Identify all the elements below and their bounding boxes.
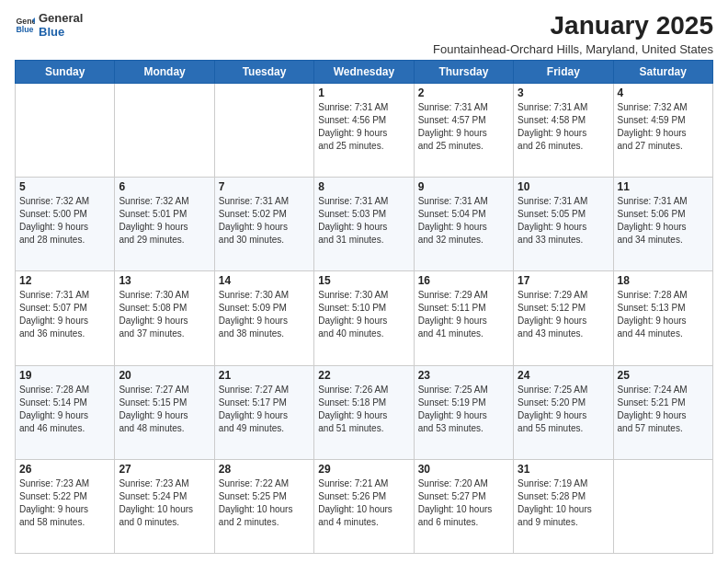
day-number: 21 — [219, 369, 310, 382]
calendar-cell: 6Sunrise: 7:32 AMSunset: 5:01 PMDaylight… — [115, 178, 214, 271]
calendar-cell: 5Sunrise: 7:32 AMSunset: 5:00 PMDaylight… — [16, 178, 115, 271]
day-number: 7 — [219, 180, 310, 193]
cell-content: Sunrise: 7:20 AMSunset: 5:27 PMDaylight:… — [418, 477, 509, 529]
cell-content: Sunrise: 7:31 AMSunset: 5:04 PMDaylight:… — [418, 195, 509, 247]
day-header-thursday: Thursday — [414, 61, 513, 84]
day-number: 30 — [418, 463, 509, 476]
day-number: 4 — [618, 86, 709, 99]
day-number: 5 — [19, 180, 110, 193]
calendar-cell: 30Sunrise: 7:20 AMSunset: 5:27 PMDayligh… — [414, 459, 513, 553]
cell-content: Sunrise: 7:31 AMSunset: 5:05 PMDaylight:… — [518, 195, 609, 247]
calendar-week-2: 5Sunrise: 7:32 AMSunset: 5:00 PMDaylight… — [16, 178, 713, 271]
calendar-week-1: 1Sunrise: 7:31 AMSunset: 4:56 PMDaylight… — [16, 84, 713, 178]
day-header-tuesday: Tuesday — [214, 61, 313, 84]
calendar-cell: 21Sunrise: 7:27 AMSunset: 5:17 PMDayligh… — [214, 365, 313, 459]
title-block: January 2025 Fountainhead-Orchard Hills,… — [433, 11, 713, 56]
calendar-cell — [115, 84, 214, 178]
day-number: 10 — [518, 180, 609, 193]
calendar-header-row: SundayMondayTuesdayWednesdayThursdayFrid… — [16, 61, 713, 84]
day-number: 14 — [219, 274, 310, 287]
calendar-table: SundayMondayTuesdayWednesdayThursdayFrid… — [15, 60, 713, 554]
day-header-friday: Friday — [514, 61, 613, 84]
day-number: 11 — [618, 180, 709, 193]
cell-content: Sunrise: 7:19 AMSunset: 5:28 PMDaylight:… — [518, 477, 609, 529]
cell-content: Sunrise: 7:25 AMSunset: 5:19 PMDaylight:… — [418, 384, 509, 435]
day-header-sunday: Sunday — [16, 61, 115, 84]
day-number: 31 — [518, 463, 609, 476]
day-number: 15 — [318, 274, 409, 287]
cell-content: Sunrise: 7:27 AMSunset: 5:17 PMDaylight:… — [219, 384, 310, 435]
logo-icon: General Blue — [15, 15, 35, 35]
day-number: 2 — [418, 86, 509, 99]
cell-content: Sunrise: 7:22 AMSunset: 5:25 PMDaylight:… — [219, 477, 310, 529]
svg-text:Blue: Blue — [16, 25, 33, 34]
calendar-cell: 28Sunrise: 7:22 AMSunset: 5:25 PMDayligh… — [214, 459, 313, 553]
calendar-cell: 22Sunrise: 7:26 AMSunset: 5:18 PMDayligh… — [314, 365, 414, 459]
cell-content: Sunrise: 7:24 AMSunset: 5:21 PMDaylight:… — [618, 384, 709, 435]
day-number: 8 — [318, 180, 409, 193]
calendar-cell: 4Sunrise: 7:32 AMSunset: 4:59 PMDaylight… — [613, 84, 712, 178]
calendar-week-4: 19Sunrise: 7:28 AMSunset: 5:14 PMDayligh… — [16, 365, 713, 459]
cell-content: Sunrise: 7:31 AMSunset: 4:57 PMDaylight:… — [418, 101, 509, 153]
header: General Blue General Blue January 2025 F… — [15, 11, 713, 56]
calendar-cell: 26Sunrise: 7:23 AMSunset: 5:22 PMDayligh… — [16, 459, 115, 553]
day-number: 18 — [618, 274, 709, 287]
location-subtitle: Fountainhead-Orchard Hills, Maryland, Un… — [433, 42, 713, 56]
calendar-cell — [16, 84, 115, 178]
logo: General Blue General Blue — [15, 11, 83, 39]
cell-content: Sunrise: 7:31 AMSunset: 5:06 PMDaylight:… — [618, 195, 709, 247]
cell-content: Sunrise: 7:27 AMSunset: 5:15 PMDaylight:… — [119, 384, 210, 435]
cell-content: Sunrise: 7:31 AMSunset: 5:07 PMDaylight:… — [19, 289, 110, 340]
calendar-cell: 24Sunrise: 7:25 AMSunset: 5:20 PMDayligh… — [514, 365, 613, 459]
calendar-cell — [613, 459, 712, 553]
calendar-cell: 3Sunrise: 7:31 AMSunset: 4:58 PMDaylight… — [514, 84, 613, 178]
calendar-cell: 12Sunrise: 7:31 AMSunset: 5:07 PMDayligh… — [16, 271, 115, 365]
cell-content: Sunrise: 7:28 AMSunset: 5:14 PMDaylight:… — [19, 384, 110, 435]
day-number: 26 — [19, 463, 110, 476]
day-number: 25 — [618, 369, 709, 382]
calendar-cell: 25Sunrise: 7:24 AMSunset: 5:21 PMDayligh… — [613, 365, 712, 459]
day-number: 23 — [418, 369, 509, 382]
cell-content: Sunrise: 7:30 AMSunset: 5:09 PMDaylight:… — [219, 289, 310, 340]
cell-content: Sunrise: 7:31 AMSunset: 4:58 PMDaylight:… — [518, 101, 609, 153]
calendar-cell: 20Sunrise: 7:27 AMSunset: 5:15 PMDayligh… — [115, 365, 214, 459]
day-number: 13 — [119, 274, 210, 287]
day-number: 6 — [119, 180, 210, 193]
cell-content: Sunrise: 7:30 AMSunset: 5:08 PMDaylight:… — [119, 289, 210, 340]
day-header-saturday: Saturday — [613, 61, 712, 84]
cell-content: Sunrise: 7:29 AMSunset: 5:12 PMDaylight:… — [518, 289, 609, 340]
cell-content: Sunrise: 7:21 AMSunset: 5:26 PMDaylight:… — [318, 477, 409, 529]
day-number: 28 — [219, 463, 310, 476]
calendar-cell: 10Sunrise: 7:31 AMSunset: 5:05 PMDayligh… — [514, 178, 613, 271]
calendar-cell: 19Sunrise: 7:28 AMSunset: 5:14 PMDayligh… — [16, 365, 115, 459]
day-number: 24 — [518, 369, 609, 382]
cell-content: Sunrise: 7:30 AMSunset: 5:10 PMDaylight:… — [318, 289, 409, 340]
calendar-cell: 31Sunrise: 7:19 AMSunset: 5:28 PMDayligh… — [514, 459, 613, 553]
cell-content: Sunrise: 7:32 AMSunset: 5:01 PMDaylight:… — [119, 195, 210, 247]
cell-content: Sunrise: 7:23 AMSunset: 5:24 PMDaylight:… — [119, 477, 210, 529]
day-number: 17 — [518, 274, 609, 287]
day-number: 16 — [418, 274, 509, 287]
calendar-cell: 7Sunrise: 7:31 AMSunset: 5:02 PMDaylight… — [214, 178, 313, 271]
logo-general: General — [39, 11, 83, 25]
cell-content: Sunrise: 7:31 AMSunset: 4:56 PMDaylight:… — [318, 101, 409, 153]
cell-content: Sunrise: 7:29 AMSunset: 5:11 PMDaylight:… — [418, 289, 509, 340]
calendar-week-3: 12Sunrise: 7:31 AMSunset: 5:07 PMDayligh… — [16, 271, 713, 365]
day-number: 3 — [518, 86, 609, 99]
day-number: 19 — [19, 369, 110, 382]
calendar-cell: 23Sunrise: 7:25 AMSunset: 5:19 PMDayligh… — [414, 365, 513, 459]
calendar-cell: 15Sunrise: 7:30 AMSunset: 5:10 PMDayligh… — [314, 271, 414, 365]
cell-content: Sunrise: 7:31 AMSunset: 5:02 PMDaylight:… — [219, 195, 310, 247]
calendar-cell: 9Sunrise: 7:31 AMSunset: 5:04 PMDaylight… — [414, 178, 513, 271]
calendar-cell: 13Sunrise: 7:30 AMSunset: 5:08 PMDayligh… — [115, 271, 214, 365]
cell-content: Sunrise: 7:32 AMSunset: 4:59 PMDaylight:… — [618, 101, 709, 153]
calendar-cell: 1Sunrise: 7:31 AMSunset: 4:56 PMDaylight… — [314, 84, 414, 178]
calendar-cell: 2Sunrise: 7:31 AMSunset: 4:57 PMDaylight… — [414, 84, 513, 178]
day-header-monday: Monday — [115, 61, 214, 84]
day-number: 27 — [119, 463, 210, 476]
calendar-cell: 17Sunrise: 7:29 AMSunset: 5:12 PMDayligh… — [514, 271, 613, 365]
day-number: 22 — [318, 369, 409, 382]
calendar-cell: 16Sunrise: 7:29 AMSunset: 5:11 PMDayligh… — [414, 271, 513, 365]
calendar-week-5: 26Sunrise: 7:23 AMSunset: 5:22 PMDayligh… — [16, 459, 713, 553]
calendar-cell: 11Sunrise: 7:31 AMSunset: 5:06 PMDayligh… — [613, 178, 712, 271]
